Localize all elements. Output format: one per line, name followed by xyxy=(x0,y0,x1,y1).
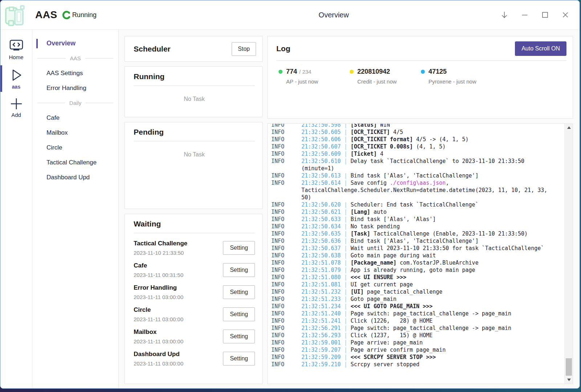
log-message: Page switch: page_tactical_challenge -> … xyxy=(350,310,511,317)
log-message: [OCR_TICKET 0.008s] (4, 1, 5) xyxy=(350,143,446,150)
plus-icon xyxy=(9,97,24,111)
minimize-icon[interactable] xyxy=(520,10,529,20)
log-line: INFO 21:32:50.636 | Bind task ['Alas', '… xyxy=(271,237,564,245)
menu-item-mailbox[interactable]: Mailbox xyxy=(32,125,118,140)
menu-item-aas-settings[interactable]: AAS Settings xyxy=(32,66,118,81)
log-separator: | xyxy=(341,158,350,164)
menu-item-label: Cafe xyxy=(46,114,60,122)
scheduler-stop-button[interactable]: Stop xyxy=(232,42,256,56)
log-message: [Lang] auto xyxy=(350,209,386,215)
menu-item-dashboard-upd[interactable]: Dashboard Upd xyxy=(32,170,118,185)
log-timestamp: 21:32:50.633 xyxy=(301,216,341,222)
log-message: Page switch: page_tactical_challenge -> … xyxy=(350,325,511,331)
menu-item-label: AAS Settings xyxy=(46,70,83,77)
menu-item-tactical-challenge[interactable]: Tactical Challenge xyxy=(32,155,118,170)
task-setting-button[interactable]: Setting xyxy=(223,285,255,299)
log-line: INFO 21:32:50.638 | Goto main page durin… xyxy=(271,252,564,259)
menu-item-circle[interactable]: Circle xyxy=(32,140,118,155)
hide-window-icon[interactable] xyxy=(499,10,509,20)
log-line: INFO 21:32:51.234 | <<< UI GOTO PAGE_MAI… xyxy=(271,303,564,310)
log-level: INFO xyxy=(271,288,301,295)
app-window: AAS Running Overview xyxy=(0,0,580,389)
running-spinner-icon xyxy=(62,10,72,20)
log-separator: | xyxy=(341,209,350,215)
scrollbar-thumb[interactable] xyxy=(566,358,572,376)
log-separator: | xyxy=(341,296,350,302)
log-timestamp: 21:32:51.240 xyxy=(301,310,341,317)
log-separator: | xyxy=(341,252,350,259)
log-panel-title: Log xyxy=(276,44,290,53)
rail-item-aas[interactable]: aas xyxy=(0,66,32,92)
menu-item-cafe[interactable]: Cafe xyxy=(32,110,118,125)
log-timestamp: 21:32:51.232 xyxy=(301,289,341,295)
waiting-task-row: Tactical Challenge 2023-11-10 21:33:50 S… xyxy=(134,237,255,259)
stat-value: 47125 xyxy=(428,68,447,75)
log-level: INFO xyxy=(271,143,301,150)
scrollbar-down-icon[interactable] xyxy=(565,377,573,383)
menu-item-label: Tactical Challenge xyxy=(46,159,97,166)
log-view-panel: INFO 21:32:50.598 | [Status] WIN INFO 21… xyxy=(267,123,573,384)
task-setting-button[interactable]: Setting xyxy=(223,241,255,255)
waiting-task-name: Mailbox xyxy=(134,328,183,336)
task-setting-button[interactable]: Setting xyxy=(223,352,255,366)
log-timestamp: 21:32:51.241 xyxy=(301,318,341,324)
log-separator: | xyxy=(341,303,350,310)
log-separator: | xyxy=(341,245,350,252)
task-setting-button[interactable]: Setting xyxy=(223,307,255,321)
log-level: INFO xyxy=(271,208,301,216)
auto-scroll-toggle-button[interactable]: Auto Scroll ON xyxy=(515,41,566,56)
log-line: INFO 21:32:51.081 | UI get current page xyxy=(271,281,564,288)
log-timestamp: 21:32:50.614 xyxy=(301,180,341,186)
log-separator: | xyxy=(341,136,350,143)
menu-item-overview[interactable]: Overview xyxy=(32,36,118,51)
log-timestamp: 21:32:50.606 xyxy=(301,136,341,143)
log-level: INFO xyxy=(271,124,301,128)
log-timestamp: 21:32:51.081 xyxy=(301,281,341,288)
titlebar: AAS Running Overview xyxy=(0,0,580,29)
log-line: INFO 21:32:51.232 | [UI] page_tactical_c… xyxy=(271,288,564,295)
task-setting-button[interactable]: Setting xyxy=(223,330,255,343)
log-message: [OCR_TICKET format] 4/5 -> (4, 1, 5) xyxy=(350,136,468,143)
close-icon[interactable] xyxy=(560,10,570,20)
log-scroll-area[interactable]: INFO 21:32:50.598 | [Status] WIN INFO 21… xyxy=(268,124,564,384)
log-timestamp: 21:32:50.605 xyxy=(301,129,341,135)
pending-panel-title: Pending xyxy=(134,128,255,136)
log-timestamp: 21:32:50.613 xyxy=(301,172,341,179)
log-message: Click (1226, 28) @ HOME xyxy=(350,318,432,324)
log-separator: | xyxy=(341,325,350,331)
log-scrollbar[interactable] xyxy=(564,124,573,384)
waiting-task-name: Error Handling xyxy=(134,284,183,291)
log-message: <<< UI ENSURE >>> xyxy=(350,274,406,281)
rail-item-label: aas xyxy=(12,84,20,90)
log-separator: | xyxy=(341,318,350,324)
log-timestamp: 21:32:50.610 xyxy=(301,158,341,164)
log-line: INFO 21:32:51.240 | Page switch: page_ta… xyxy=(271,310,564,317)
scheduler-panel: Scheduler Stop xyxy=(125,36,263,62)
rail-item-home[interactable]: Home xyxy=(0,38,32,62)
log-level: INFO xyxy=(271,245,301,252)
log-timestamp: 21:32:51.234 xyxy=(301,303,341,310)
waiting-panel-title: Waiting xyxy=(134,220,255,228)
menu-item-error-handling[interactable]: Error Handling xyxy=(32,81,118,95)
menu-item-label: Mailbox xyxy=(46,129,68,136)
maximize-icon[interactable] xyxy=(540,10,550,20)
log-level: INFO xyxy=(271,179,301,201)
log-line: INFO 21:32:51.079 | App is already runni… xyxy=(271,266,564,274)
log-timestamp: 21:32:51.233 xyxy=(301,296,341,302)
log-line: INFO 21:32:51.078 | [Package_name] com.Y… xyxy=(271,259,564,266)
log-separator: | xyxy=(341,274,350,281)
task-setting-button[interactable]: Setting xyxy=(223,263,255,277)
log-message: [Ticket] 4 xyxy=(350,151,383,157)
rail-item-add[interactable]: Add xyxy=(0,95,32,120)
log-timestamp: 21:32:50.637 xyxy=(301,245,341,252)
log-level: INFO xyxy=(271,346,301,354)
scrollbar-up-icon[interactable] xyxy=(565,124,573,131)
log-timestamp: 21:32:59.209 xyxy=(301,354,341,360)
stat-value: 220810942 xyxy=(357,68,390,75)
menu-section-divider: Daily xyxy=(32,95,118,110)
log-line: INFO 21:32:50.606 | [OCR_TICKET format] … xyxy=(271,136,564,143)
waiting-task-list: Tactical Challenge 2023-11-10 21:33:50 S… xyxy=(134,237,255,369)
log-timestamp: 21:32:56.291 xyxy=(301,325,341,331)
log-separator: | xyxy=(341,129,350,135)
log-timestamp: 21:32:56.293 xyxy=(301,332,341,339)
